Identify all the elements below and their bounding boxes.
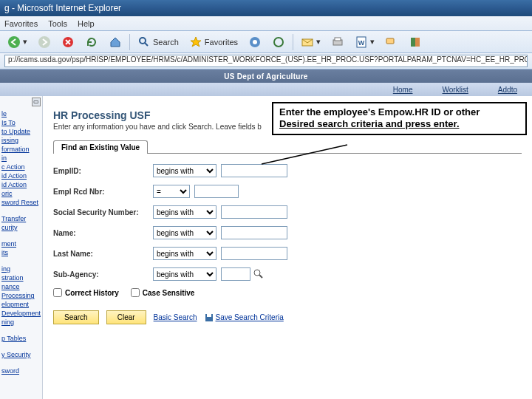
sidebar-item[interactable]: Processing: [0, 291, 42, 300]
forward-button[interactable]: [35, 34, 54, 50]
mail-button[interactable]: ▾: [298, 34, 324, 50]
sidebar-item[interactable]: to Update: [0, 127, 42, 136]
sidebar-item[interactable]: sword: [0, 366, 42, 375]
callout-arrow: [260, 143, 349, 166]
refresh-button[interactable]: [82, 34, 101, 50]
sidebar-item[interactable]: stration: [0, 273, 42, 282]
sidebar-item[interactable]: oric: [0, 189, 42, 198]
clear-button[interactable]: Clear: [106, 310, 146, 324]
name-input[interactable]: [221, 226, 287, 239]
agency-input[interactable]: [221, 267, 250, 281]
agency-operator[interactable]: begins with: [153, 267, 216, 281]
discuss-icon: [385, 35, 398, 49]
search-button[interactable]: Search: [134, 34, 182, 50]
save-criteria-link[interactable]: Save Search Criteria: [216, 313, 284, 321]
emplid-input[interactable]: [221, 164, 287, 177]
sidebar-item[interactable]: ning: [0, 318, 42, 327]
sidebar: ▭ le Is To to Update issing formation in…: [0, 96, 43, 399]
rcd-operator[interactable]: =: [153, 185, 190, 198]
svg-rect-14: [415, 38, 420, 47]
svg-line-18: [262, 145, 347, 164]
mail-icon: [301, 35, 314, 49]
nav-addto[interactable]: Addto: [498, 86, 517, 94]
back-icon: [7, 35, 21, 49]
svg-rect-9: [335, 38, 341, 41]
nav-home[interactable]: Home: [393, 86, 413, 94]
sidebar-item[interactable]: y Security: [0, 350, 42, 359]
edit-button[interactable]: W▾: [352, 34, 378, 50]
stop-icon: [61, 35, 75, 49]
sidebar-item[interactable]: Development: [0, 309, 42, 318]
menu-favorites[interactable]: Favorites: [4, 19, 38, 28]
sidebar-item[interactable]: formation: [0, 145, 42, 154]
address-input[interactable]: p://icams.usda.gov/psp/HRISP/EMPLOYEE/HR…: [4, 55, 528, 67]
search-button[interactable]: Search: [53, 310, 99, 324]
sidebar-item[interactable]: in: [0, 154, 42, 163]
sidebar-item[interactable]: id Action: [0, 180, 42, 189]
home-button[interactable]: [106, 34, 125, 50]
discuss-button[interactable]: [382, 34, 401, 50]
sidebar-item[interactable]: issing: [0, 136, 42, 145]
sidebar-item[interactable]: ing: [0, 265, 42, 273]
lastname-operator[interactable]: begins with: [153, 247, 216, 260]
sidebar-item[interactable]: ment: [0, 239, 42, 248]
research-button[interactable]: [406, 34, 425, 50]
sidebar-item[interactable]: p Tables: [0, 334, 42, 343]
rcd-label: Empl Rcd Nbr:: [53, 188, 153, 196]
menu-help[interactable]: Help: [78, 19, 95, 28]
basic-search-link[interactable]: Basic Search: [154, 313, 197, 321]
sidebar-items: le Is To to Update issing formation in c…: [0, 96, 42, 375]
ssn-operator[interactable]: begins with: [153, 205, 216, 219]
svg-rect-13: [411, 38, 415, 47]
svg-text:W: W: [358, 39, 365, 47]
window-title-bar: g - Microsoft Internet Explorer: [0, 0, 532, 16]
sidebar-item[interactable]: elopment: [0, 300, 42, 309]
sidebar-item[interactable]: c Action: [0, 163, 42, 171]
emplid-label: EmplID:: [53, 167, 153, 175]
address-bar: p://icams.usda.gov/psp/HRISP/EMPLOYEE/HR…: [0, 53, 532, 69]
lastname-label: Last Name:: [53, 250, 153, 258]
case-sensitive-check[interactable]: Case Sensitive: [131, 288, 195, 297]
ssn-input[interactable]: [221, 205, 287, 219]
svg-point-15: [254, 270, 260, 276]
refresh-icon: [85, 35, 98, 49]
sidebar-item[interactable]: Is To: [0, 118, 42, 127]
sidebar-item[interactable]: curity: [0, 223, 42, 232]
sidebar-item[interactable]: nance: [0, 282, 42, 291]
research-icon: [409, 35, 422, 49]
stop-button[interactable]: [58, 34, 78, 50]
top-nav: Home Worklist Addto: [0, 83, 532, 96]
sidebar-item[interactable]: its: [0, 248, 42, 257]
menu-tools[interactable]: Tools: [48, 19, 67, 28]
media-icon: [248, 35, 262, 49]
history-button[interactable]: [269, 34, 288, 50]
svg-rect-12: [386, 38, 394, 44]
sidebar-item[interactable]: sword Reset: [0, 198, 42, 207]
sidebar-item[interactable]: Transfer: [0, 214, 42, 223]
nav-worklist[interactable]: Worklist: [442, 86, 468, 94]
name-label: Name:: [53, 229, 153, 237]
sidebar-collapse-icon[interactable]: ▭: [32, 98, 41, 106]
lastname-input[interactable]: [221, 247, 287, 260]
name-operator[interactable]: begins with: [153, 226, 216, 239]
print-button[interactable]: [328, 34, 347, 50]
favorites-button[interactable]: Favorites: [186, 34, 241, 50]
toolbar: ▾ Search Favorites ▾ W▾: [0, 31, 532, 53]
tab-find-existing[interactable]: Find an Existing Value: [53, 140, 148, 154]
svg-point-6: [274, 38, 283, 47]
history-icon: [272, 35, 285, 49]
sidebar-item[interactable]: le: [0, 109, 42, 118]
back-button[interactable]: ▾: [4, 34, 30, 50]
emplid-operator[interactable]: begins with: [153, 164, 216, 177]
window-title: g - Microsoft Internet Explorer: [4, 3, 121, 13]
search-icon: [137, 35, 151, 49]
rcd-input[interactable]: [194, 185, 239, 198]
lookup-icon[interactable]: [253, 269, 264, 279]
svg-point-1: [38, 36, 50, 48]
sidebar-item[interactable]: id Action: [0, 171, 42, 180]
instruction-callout: Enter the employee's Empow.HR ID or othe…: [272, 102, 527, 135]
word-icon: W: [355, 35, 368, 49]
home-icon: [109, 35, 122, 49]
correct-history-check[interactable]: Correct History: [53, 288, 119, 297]
media-button[interactable]: [245, 34, 265, 50]
